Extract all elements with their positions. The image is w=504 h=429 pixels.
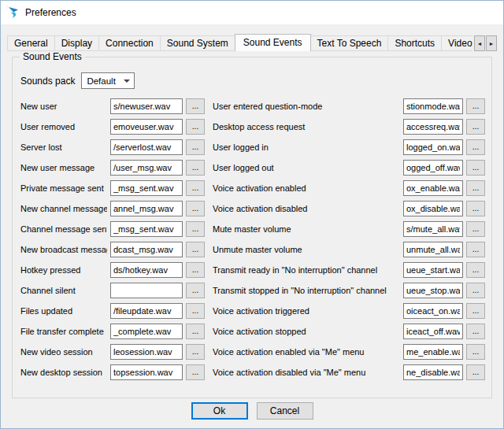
sound-file-input[interactable] xyxy=(110,221,183,237)
sound-event-label: File transfer complete xyxy=(20,327,107,336)
sound-event-label: Voice activation enabled via "Me" menu xyxy=(213,347,400,357)
browse-button[interactable]: ... xyxy=(186,119,205,135)
sound-file-input[interactable] xyxy=(110,201,183,216)
sound-event-row: Transmit ready in "No interruption" chan… xyxy=(213,260,485,280)
browse-button[interactable]: ... xyxy=(186,180,205,196)
browse-button[interactable]: ... xyxy=(186,98,205,114)
sound-event-row: User logged in... xyxy=(213,137,485,157)
browse-button[interactable]: ... xyxy=(466,180,485,196)
browse-button[interactable]: ... xyxy=(186,201,205,216)
sound-file-input[interactable] xyxy=(403,283,463,298)
browse-button[interactable]: ... xyxy=(186,324,205,339)
sound-event-label: User entered question-mode xyxy=(213,102,400,111)
sound-event-label: Server lost xyxy=(20,142,107,152)
browse-button[interactable]: ... xyxy=(186,344,205,360)
browse-button[interactable]: ... xyxy=(466,119,485,135)
groupbox-title: Sound Events xyxy=(20,51,85,62)
sound-file-input[interactable] xyxy=(110,119,183,135)
browse-button[interactable]: ... xyxy=(186,303,205,319)
sound-file-input[interactable] xyxy=(110,160,183,176)
sound-file-input[interactable] xyxy=(403,139,463,155)
tab-sound-events[interactable]: Sound Events xyxy=(235,34,311,51)
sound-event-label: Files updated xyxy=(20,306,107,316)
browse-button[interactable]: ... xyxy=(466,98,485,114)
browse-button[interactable]: ... xyxy=(466,262,485,278)
tab-shortcuts[interactable]: Shortcuts xyxy=(387,35,442,50)
sound-event-label: New broadcast message xyxy=(20,245,107,254)
sound-event-label: New video session xyxy=(20,347,107,357)
tab-connection[interactable]: Connection xyxy=(98,35,161,50)
sound-file-input[interactable] xyxy=(403,221,463,237)
cancel-button[interactable]: Cancel xyxy=(257,402,313,420)
sound-event-label: Voice activation enabled xyxy=(213,183,400,193)
sound-file-input[interactable] xyxy=(403,160,463,176)
tab-general[interactable]: General xyxy=(7,35,55,50)
sound-event-row: Desktop access request... xyxy=(213,116,485,137)
sound-file-input[interactable] xyxy=(403,201,463,216)
tab-scrollers: ◄ ► xyxy=(472,33,497,51)
sound-event-row: User logged out... xyxy=(213,157,485,178)
sound-events-groupbox: Sound Events Sounds pack Default New use… xyxy=(12,57,492,398)
app-icon xyxy=(7,6,20,19)
tab-sound-system[interactable]: Sound System xyxy=(160,35,235,50)
browse-button[interactable]: ... xyxy=(186,283,205,298)
sound-event-label: Voice activation disabled xyxy=(213,204,400,213)
sound-file-input[interactable] xyxy=(110,364,183,380)
browse-button[interactable]: ... xyxy=(466,344,485,360)
sound-file-input[interactable] xyxy=(403,344,463,360)
tab-list: GeneralDisplayConnectionSound SystemSoun… xyxy=(7,33,480,50)
sound-file-input[interactable] xyxy=(110,180,183,196)
browse-button[interactable]: ... xyxy=(466,201,485,216)
browse-button[interactable]: ... xyxy=(186,242,205,257)
sound-file-input[interactable] xyxy=(110,303,183,319)
browse-button[interactable]: ... xyxy=(466,364,485,380)
sound-event-label: User logged in xyxy=(213,142,400,152)
browse-button[interactable]: ... xyxy=(186,160,205,176)
sound-events-column-right: User entered question-mode...Desktop acc… xyxy=(213,96,485,383)
sound-file-input[interactable] xyxy=(110,344,183,360)
sound-file-input[interactable] xyxy=(403,180,463,196)
browse-button[interactable]: ... xyxy=(186,139,205,155)
sound-file-input[interactable] xyxy=(110,139,183,155)
sound-event-label: Unmute master volume xyxy=(213,245,400,254)
sound-event-row: Voice activation stopped... xyxy=(213,321,485,342)
sound-file-input[interactable] xyxy=(403,262,463,278)
sound-file-input[interactable] xyxy=(403,324,463,339)
sound-event-label: New desktop session xyxy=(20,368,107,377)
browse-button[interactable]: ... xyxy=(466,160,485,176)
sound-file-input[interactable] xyxy=(403,242,463,257)
browse-button[interactable]: ... xyxy=(186,364,205,380)
browse-button[interactable]: ... xyxy=(186,262,205,278)
tab-text-to-speech[interactable]: Text To Speech xyxy=(310,35,389,50)
sound-file-input[interactable] xyxy=(403,119,463,135)
sound-event-row: Voice activation disabled... xyxy=(213,198,485,219)
sound-event-label: Hotkey pressed xyxy=(20,265,107,275)
sound-file-input[interactable] xyxy=(110,262,183,278)
sound-file-input[interactable] xyxy=(110,324,183,339)
sound-file-input[interactable] xyxy=(110,242,183,257)
browse-button[interactable]: ... xyxy=(466,324,485,339)
sound-file-input[interactable] xyxy=(110,283,183,298)
sound-event-label: Voice activation disabled via "Me" menu xyxy=(213,368,400,377)
sound-event-label: Voice activation stopped xyxy=(213,327,400,336)
browse-button[interactable]: ... xyxy=(186,221,205,237)
sound-file-input[interactable] xyxy=(403,364,463,380)
sound-event-label: Desktop access request xyxy=(213,122,400,131)
sound-file-input[interactable] xyxy=(110,98,183,114)
tab-display[interactable]: Display xyxy=(54,35,99,50)
tab-scroll-right-icon[interactable]: ► xyxy=(486,35,497,51)
browse-button[interactable]: ... xyxy=(466,303,485,319)
browse-button[interactable]: ... xyxy=(466,139,485,155)
browse-button[interactable]: ... xyxy=(466,221,485,237)
ok-button[interactable]: Ok xyxy=(191,402,248,420)
sound-file-input[interactable] xyxy=(403,98,463,114)
sounds-pack-select[interactable]: Default xyxy=(81,72,135,89)
tab-scroll-left-icon[interactable]: ◄ xyxy=(474,35,485,51)
title-bar: Preferences xyxy=(1,1,503,24)
sound-file-input[interactable] xyxy=(403,303,463,319)
sound-event-row: New desktop session... xyxy=(20,362,205,383)
sound-event-row: New broadcast message... xyxy=(20,239,205,260)
sound-event-label: User logged out xyxy=(213,163,400,172)
browse-button[interactable]: ... xyxy=(466,283,485,298)
browse-button[interactable]: ... xyxy=(466,242,485,257)
